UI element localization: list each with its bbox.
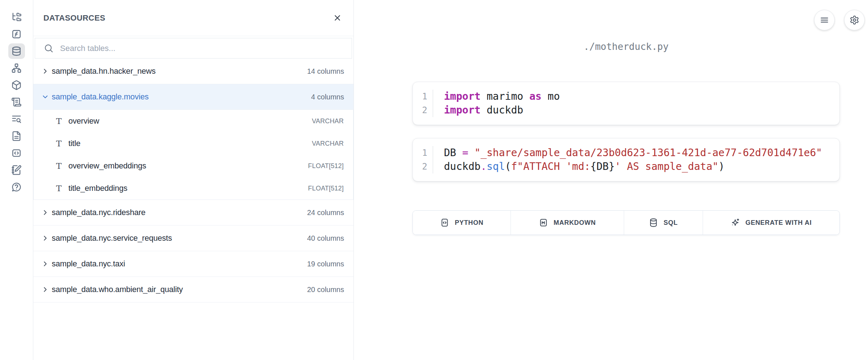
- column-count: 14 columns: [307, 67, 344, 76]
- table-row[interactable]: sample_data.hn.hacker_news 14 columns: [33, 59, 353, 84]
- table-name: sample_data.hn.hacker_news: [52, 67, 156, 76]
- column-row[interactable]: T title VARCHAR: [34, 132, 353, 155]
- column-count: 20 columns: [307, 286, 344, 294]
- column-row[interactable]: T title_embeddings FLOAT[512]: [34, 177, 353, 200]
- add-button-label: PYTHON: [455, 219, 483, 227]
- code-line: import marimo as mo: [444, 90, 560, 103]
- column-count: 24 columns: [307, 209, 344, 217]
- notebook-column: ./motherduck.py 12 import marimo as moim…: [412, 0, 840, 235]
- table-name: sample_data.kaggle.movies: [52, 92, 149, 102]
- column-type: VARCHAR: [312, 140, 344, 147]
- function-square-icon[interactable]: [8, 26, 25, 42]
- code-cell[interactable]: 12 import marimo as moimport duckdb: [412, 82, 840, 125]
- search-input[interactable]: [60, 44, 344, 53]
- chevron-right-icon: [41, 67, 49, 75]
- activity-bar: [0, 0, 33, 360]
- add-button-label: SQL: [664, 219, 678, 227]
- notebook-filename[interactable]: ./motherduck.py: [412, 41, 840, 52]
- chevron-right-icon: [41, 209, 49, 217]
- snippets-icon[interactable]: [8, 145, 25, 161]
- text-type-icon: T: [56, 161, 66, 171]
- datasources-panel: DATASOURCES sample_data.hn.hacker_news 1…: [33, 0, 354, 360]
- documentation-icon[interactable]: [8, 128, 25, 144]
- table-row[interactable]: sample_data.nyc.service_requests 40 colu…: [33, 226, 353, 251]
- table-name: sample_data.nyc.rideshare: [52, 208, 145, 217]
- line-number: 1: [422, 90, 427, 103]
- column-count: 4 columns: [311, 93, 344, 101]
- package-icon[interactable]: [8, 77, 25, 93]
- text-type-icon: T: [56, 116, 66, 126]
- markdown-icon: [539, 218, 548, 227]
- file-tree-icon[interactable]: [8, 9, 25, 25]
- column-name: title: [68, 139, 80, 148]
- generate-with-ai-button[interactable]: GENERATE WITH AI: [703, 211, 839, 235]
- code-lines: DB = "_share/sample_data/23b0d623-1361-4…: [433, 146, 822, 173]
- line-number-gutter: 12: [413, 90, 433, 117]
- column-count: 19 columns: [307, 260, 344, 268]
- code-lines: import marimo as moimport duckdb: [433, 90, 560, 117]
- search-icon: [44, 43, 54, 53]
- column-type: FLOAT[512]: [308, 185, 344, 192]
- add-cell-bar: PYTHON MARKDOWN SQL GENERATE WITH AI: [412, 210, 840, 235]
- add-sql-cell-button[interactable]: SQL: [624, 211, 703, 235]
- column-name: overview_embeddings: [68, 161, 146, 171]
- column-type: FLOAT[512]: [308, 162, 344, 170]
- code-editor: 12 DB = "_share/sample_data/23b0d623-136…: [413, 146, 839, 173]
- chevron-down-icon: [41, 93, 49, 101]
- table-name: sample_data.who.ambient_air_quality: [52, 285, 183, 294]
- close-panel-button[interactable]: [330, 10, 345, 26]
- text-type-icon: T: [56, 139, 66, 148]
- text-type-icon: T: [56, 184, 66, 193]
- chevron-right-icon: [41, 286, 49, 293]
- logs-icon[interactable]: [8, 94, 25, 110]
- code-line: import duckdb: [444, 103, 560, 117]
- settings-button[interactable]: [844, 10, 865, 30]
- panel-header: DATASOURCES: [33, 0, 353, 36]
- search-logs-icon[interactable]: [8, 111, 25, 127]
- table-row[interactable]: sample_data.nyc.taxi 19 columns: [33, 251, 353, 277]
- expanded-columns-group: T overview VARCHAR T title VARCHAR T ove…: [33, 110, 353, 200]
- sparkles-icon: [731, 218, 740, 227]
- add-markdown-cell-button[interactable]: MARKDOWN: [511, 211, 624, 235]
- page-title: DATASOURCES: [43, 13, 105, 23]
- scratchpad-icon[interactable]: [8, 162, 25, 178]
- code-line: DB = "_share/sample_data/23b0d623-1361-4…: [444, 146, 822, 160]
- column-name: overview: [68, 116, 99, 126]
- column-name: title_embeddings: [68, 184, 127, 193]
- add-button-label: MARKDOWN: [554, 219, 596, 227]
- help-chat-icon[interactable]: [8, 179, 25, 195]
- line-number: 2: [422, 160, 427, 173]
- dependency-graph-icon[interactable]: [8, 60, 25, 76]
- line-number-gutter: 12: [413, 146, 433, 173]
- column-type: VARCHAR: [312, 117, 344, 125]
- table-name: sample_data.nyc.service_requests: [52, 233, 172, 243]
- table-row[interactable]: sample_data.nyc.rideshare 24 columns: [33, 200, 353, 226]
- table-search: [35, 38, 352, 59]
- line-number: 2: [422, 103, 427, 117]
- database-icon[interactable]: [8, 43, 25, 59]
- add-button-label: GENERATE WITH AI: [745, 219, 812, 227]
- code-square-icon: [440, 218, 449, 227]
- add-python-cell-button[interactable]: PYTHON: [413, 211, 511, 235]
- chevron-right-icon: [41, 260, 49, 268]
- line-number: 1: [422, 146, 427, 160]
- table-row[interactable]: sample_data.who.ambient_air_quality 20 c…: [33, 277, 353, 303]
- column-row[interactable]: T overview VARCHAR: [34, 110, 353, 132]
- table-list: sample_data.hn.hacker_news 14 columns sa…: [33, 59, 353, 360]
- table-row-selected[interactable]: sample_data.kaggle.movies 4 columns: [33, 84, 353, 110]
- chevron-right-icon: [41, 234, 49, 242]
- gear-icon: [850, 15, 859, 25]
- column-count: 40 columns: [307, 234, 344, 243]
- close-icon: [333, 13, 342, 22]
- code-line: duckdb.sql(f"ATTACH 'md:{DB}' AS sample_…: [444, 160, 822, 173]
- database-icon: [649, 218, 658, 227]
- table-name: sample_data.nyc.taxi: [52, 259, 125, 269]
- app-window: DATASOURCES sample_data.hn.hacker_news 1…: [0, 0, 868, 360]
- code-cell[interactable]: 12 DB = "_share/sample_data/23b0d623-136…: [412, 138, 840, 181]
- column-row[interactable]: T overview_embeddings FLOAT[512]: [34, 155, 353, 177]
- code-editor: 12 import marimo as moimport duckdb: [413, 90, 839, 117]
- notebook-area: ./motherduck.py 12 import marimo as moim…: [354, 0, 868, 360]
